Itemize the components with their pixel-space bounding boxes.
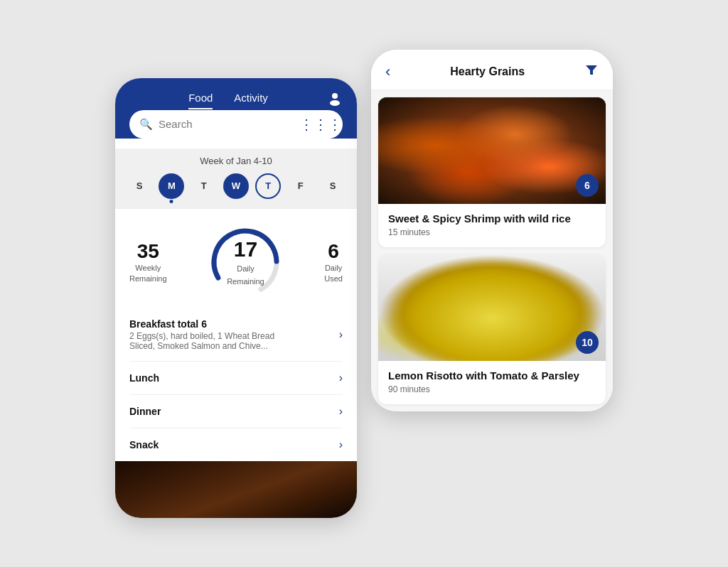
recipe-image-shrimp: 6 <box>378 97 606 204</box>
recipe-name-risotto: Lemon Risotto with Tomato & Parsley <box>388 369 596 382</box>
daily-used-number: 6 <box>324 240 343 263</box>
day-thu[interactable]: T <box>255 173 281 199</box>
meal-section: Breakfast total 6 2 Eggs(s), hard boiled… <box>115 308 357 461</box>
recipe-time-risotto: 90 minutes <box>388 384 596 394</box>
day-mon[interactable]: M <box>159 173 184 199</box>
snack-chevron[interactable]: › <box>339 438 343 451</box>
stats-section: 35 WeeklyRemaining 17 DailyRemaining 6 D… <box>115 209 357 308</box>
right-header: ‹ Hearty Grains <box>371 50 613 90</box>
barcode-icon[interactable]: ⋮⋮⋮ <box>299 116 342 133</box>
meal-breakfast-desc: 2 Eggs(s), hard boiled, 1 Wheat Bread Sl… <box>129 331 300 351</box>
week-label: Week of Jan 4-10 <box>127 156 346 166</box>
back-button[interactable]: ‹ <box>385 63 390 81</box>
weekly-remaining-number: 35 <box>129 240 167 263</box>
day-dot <box>170 200 173 203</box>
bottom-food-image <box>115 461 357 518</box>
weekly-remaining-label: WeeklyRemaining <box>129 263 167 284</box>
meal-breakfast-info: Breakfast total 6 2 Eggs(s), hard boiled… <box>129 318 300 351</box>
recipe-name-shrimp: Sweet & Spicy Shrimp with wild rice <box>388 212 596 225</box>
search-input[interactable] <box>159 118 294 130</box>
left-header: Food Activity 🔍 ⋮⋮⋮ <box>115 78 357 139</box>
svg-marker-4 <box>586 65 597 75</box>
recipe-points-risotto: 10 <box>576 331 599 354</box>
week-section: Week of Jan 4-10 S M T W T F S <box>115 148 357 209</box>
day-sun[interactable]: S <box>127 173 152 199</box>
daily-used-stat: 6 DailyUsed <box>324 240 343 284</box>
donut-center: 17 DailyRemaining <box>227 237 264 287</box>
meal-snack-row[interactable]: Snack › <box>129 428 343 461</box>
day-sat[interactable]: S <box>320 173 346 199</box>
day-wed[interactable]: W <box>223 173 249 199</box>
search-bar: 🔍 ⋮⋮⋮ <box>129 110 343 139</box>
risotto-food-image <box>378 254 606 361</box>
dinner-chevron[interactable]: › <box>339 405 343 418</box>
weekly-remaining-stat: 35 WeeklyRemaining <box>129 240 167 284</box>
recipe-image-risotto: 10 <box>378 254 606 361</box>
days-row: S M T W T F S <box>127 173 346 199</box>
profile-icon[interactable] <box>327 91 343 110</box>
recipe-points-shrimp: 6 <box>576 174 599 197</box>
daily-used-label: DailyUsed <box>324 263 343 284</box>
page-title: Hearty Grains <box>450 65 525 78</box>
recipe-card-risotto[interactable]: 10 Lemon Risotto with Tomato & Parsley 9… <box>378 254 606 404</box>
tab-food[interactable]: Food <box>188 92 213 109</box>
left-phone: Food Activity 🔍 ⋮⋮⋮ Week of Jan 4-10 <box>115 78 357 518</box>
daily-remaining-label: DailyRemaining <box>227 264 264 286</box>
recipe-card-shrimp[interactable]: 6 Sweet & Spicy Shrimp with wild rice 15… <box>378 97 606 247</box>
recipe-info-shrimp: Sweet & Spicy Shrimp with wild rice 15 m… <box>378 204 606 247</box>
meal-lunch-row[interactable]: Lunch › <box>129 362 343 395</box>
search-icon: 🔍 <box>139 118 153 131</box>
phones-container: Food Activity 🔍 ⋮⋮⋮ Week of Jan 4-10 <box>94 28 634 539</box>
tab-activity[interactable]: Activity <box>234 92 268 109</box>
meal-snack-title: Snack <box>129 439 159 450</box>
meal-lunch-title: Lunch <box>129 372 159 384</box>
meal-breakfast-title: Breakfast total 6 <box>129 318 300 330</box>
meal-breakfast-row[interactable]: Breakfast total 6 2 Eggs(s), hard boiled… <box>129 308 343 362</box>
breakfast-chevron[interactable]: › <box>339 328 343 341</box>
meal-dinner-title: Dinner <box>129 406 161 417</box>
right-phone: ‹ Hearty Grains 6 Sweet & Spicy Shrimp w… <box>371 50 613 411</box>
recipe-info-risotto: Lemon Risotto with Tomato & Parsley 90 m… <box>378 361 606 404</box>
meal-dinner-row[interactable]: Dinner › <box>129 395 343 428</box>
recipe-time-shrimp: 15 minutes <box>388 227 596 237</box>
svg-point-1 <box>330 100 340 106</box>
svg-point-0 <box>332 93 338 99</box>
lunch-chevron[interactable]: › <box>339 372 343 384</box>
daily-remaining-number: 17 <box>227 237 264 261</box>
donut-chart: 17 DailyRemaining <box>206 223 284 301</box>
day-fri[interactable]: F <box>288 173 314 199</box>
day-tue[interactable]: T <box>191 173 217 199</box>
filter-icon[interactable] <box>584 63 599 80</box>
tabs-row: Food Activity <box>129 91 343 110</box>
shrimp-food-image <box>378 97 606 204</box>
recipes-list: 6 Sweet & Spicy Shrimp with wild rice 15… <box>371 90 613 411</box>
